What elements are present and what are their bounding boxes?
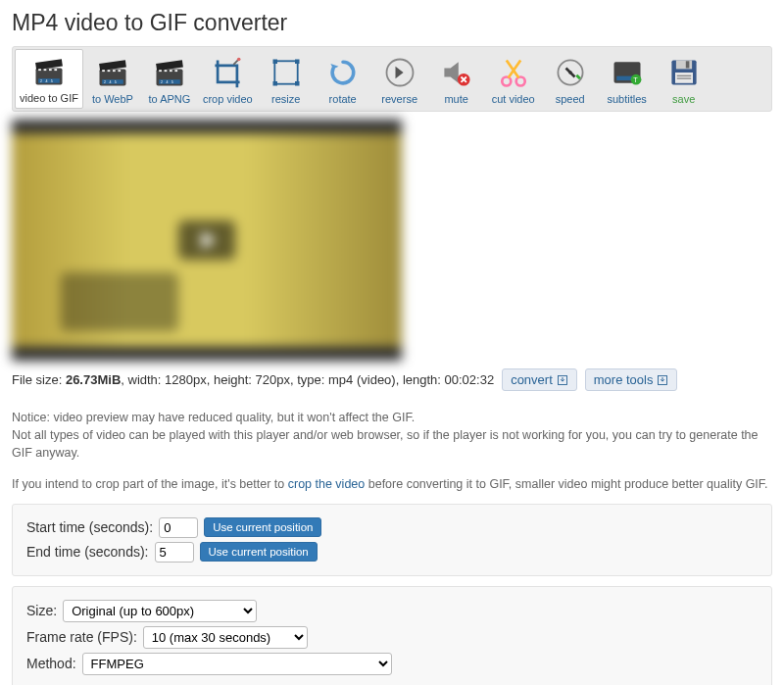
svg-text:T: T [633, 75, 638, 84]
svg-point-41 [568, 71, 572, 74]
svg-rect-25 [174, 70, 177, 72]
reverse-icon [382, 55, 417, 90]
svg-rect-14 [113, 70, 116, 72]
clapper-icon: 245 [95, 55, 130, 90]
svg-text:2: 2 [40, 79, 42, 83]
video-preview[interactable] [12, 120, 402, 361]
svg-rect-4 [49, 69, 52, 71]
tool-subtitles[interactable]: Tsubtitles [600, 49, 655, 109]
svg-rect-33 [295, 60, 300, 65]
tool-crop-video[interactable]: crop video [199, 49, 257, 109]
svg-rect-3 [44, 69, 47, 71]
svg-text:5: 5 [172, 80, 173, 84]
svg-text:5: 5 [115, 80, 117, 84]
end-time-input[interactable] [155, 542, 194, 563]
svg-text:4: 4 [45, 79, 47, 83]
crop-video-link[interactable]: crop the video [288, 477, 366, 491]
tool-rotate[interactable]: rotate [316, 49, 370, 109]
svg-text:4: 4 [109, 80, 111, 84]
cut-icon [496, 55, 531, 90]
start-time-label: Start time (seconds): [26, 519, 153, 535]
tool-video-to-GIF[interactable]: 245video to GIF [15, 49, 83, 109]
end-time-label: End time (seconds): [26, 544, 149, 560]
resize-icon [269, 55, 304, 90]
tool-reverse[interactable]: reverse [372, 49, 427, 109]
time-panel: Start time (seconds): Use current positi… [12, 504, 772, 576]
file-info: File size: 26.73MiB, width: 1280px, heig… [12, 368, 772, 391]
use-current-start-button[interactable]: Use current position [204, 517, 321, 537]
options-panel: Size: Original (up to 600px) Frame rate … [12, 586, 772, 686]
fps-select[interactable]: 10 (max 30 seconds) [143, 626, 308, 649]
rotate-icon [325, 55, 361, 90]
fps-label: Frame rate (FPS): [26, 629, 137, 645]
method-select[interactable]: FFMPEG [82, 653, 392, 675]
svg-rect-31 [274, 61, 297, 83]
tool-to-WebP[interactable]: 245to WebP [85, 49, 140, 109]
tool-to-APNG[interactable]: 245to APNG [142, 49, 197, 109]
svg-rect-12 [102, 70, 105, 72]
toolbar: 245video to GIF245to WebP245to APNGcrop … [12, 46, 772, 112]
notice-text: Notice: video preview may have reduced q… [12, 409, 772, 494]
save-icon [666, 55, 702, 90]
svg-rect-51 [676, 77, 690, 78]
svg-point-39 [515, 77, 524, 86]
convert-button[interactable]: convert [502, 368, 577, 391]
svg-rect-13 [108, 70, 111, 72]
more-tools-button[interactable]: more tools [585, 368, 678, 391]
svg-text:2: 2 [161, 80, 163, 84]
svg-text:2: 2 [104, 80, 106, 84]
svg-point-30 [237, 58, 241, 62]
svg-rect-15 [118, 70, 121, 72]
page-title: MP4 video to GIF converter [12, 10, 772, 36]
size-select[interactable]: Original (up to 600px) [63, 600, 257, 622]
play-icon[interactable] [178, 220, 235, 260]
svg-rect-22 [159, 70, 162, 72]
tool-save[interactable]: save [657, 49, 711, 109]
tool-resize[interactable]: resize [259, 49, 314, 109]
speed-icon [553, 55, 588, 90]
svg-rect-24 [170, 70, 172, 72]
method-label: Method: [26, 656, 76, 671]
clapper-icon: 245 [152, 55, 187, 90]
tool-cut-video[interactable]: cut video [486, 49, 541, 109]
crop-icon [210, 55, 245, 90]
svg-text:4: 4 [166, 80, 168, 84]
tool-mute[interactable]: mute [429, 49, 484, 109]
download-icon [657, 374, 668, 386]
svg-rect-50 [676, 75, 690, 76]
svg-rect-35 [295, 81, 300, 86]
start-time-input[interactable] [159, 517, 198, 538]
svg-text:5: 5 [51, 79, 53, 83]
svg-rect-47 [676, 60, 692, 69]
svg-rect-5 [54, 69, 57, 71]
mute-icon [439, 55, 474, 90]
download-icon [557, 374, 568, 386]
svg-point-38 [502, 77, 511, 86]
tool-speed[interactable]: speed [543, 49, 598, 109]
svg-rect-23 [165, 70, 168, 72]
use-current-end-button[interactable]: Use current position [200, 542, 318, 562]
svg-rect-2 [38, 69, 41, 71]
size-label: Size: [26, 603, 57, 618]
subtitles-icon: T [610, 55, 645, 90]
svg-rect-32 [272, 60, 277, 65]
svg-rect-48 [685, 61, 689, 68]
clapper-icon: 245 [31, 54, 67, 89]
svg-rect-34 [272, 81, 277, 86]
